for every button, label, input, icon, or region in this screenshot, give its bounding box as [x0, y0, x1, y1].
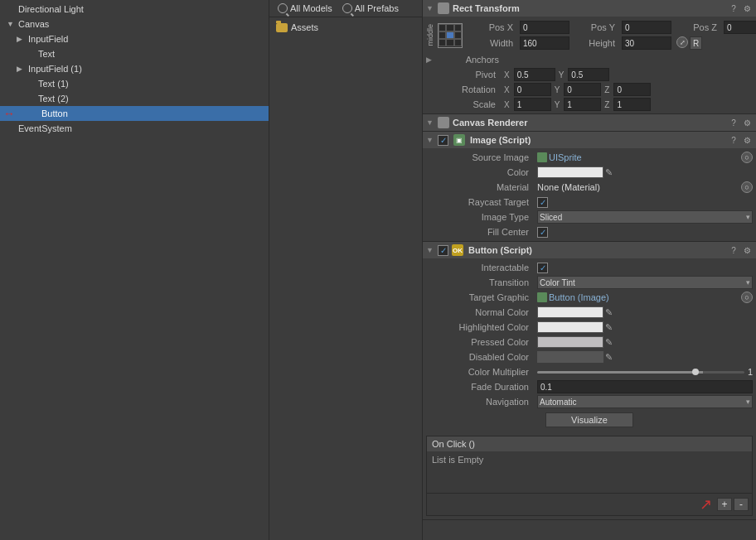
hierarchy-item-directional-light[interactable]: Directional Light: [0, 2, 269, 17]
scale-label: Scale: [426, 99, 501, 109]
transition-row: Transition Color Tint: [426, 275, 753, 290]
normal-color-label: Normal Color: [426, 307, 534, 317]
help-icon[interactable]: ?: [728, 2, 739, 14]
image-script-title: Image (Script): [470, 135, 531, 145]
rt-cell: [439, 31, 446, 39]
help-icon[interactable]: ?: [728, 134, 739, 146]
source-image-circle-btn[interactable]: ○: [741, 152, 753, 163]
pivot-x-input[interactable]: [514, 68, 555, 81]
pencil-icon[interactable]: ✎: [605, 307, 613, 318]
button-script-enabled[interactable]: [438, 245, 448, 256]
rt-cell: [446, 39, 453, 46]
hierarchy-item-text1[interactable]: Text (1): [0, 76, 269, 91]
disabled-color-value: ✎: [537, 351, 753, 363]
hierarchy-item-canvas[interactable]: ▼ Canvas: [0, 17, 269, 31]
rect-transform-header[interactable]: ▼ Rect Transform ? ⚙: [423, 0, 756, 17]
rotation-x-input[interactable]: [514, 83, 551, 96]
tree-item-label: InputField: [28, 34, 68, 44]
hierarchy-item-inputfield[interactable]: ▶ InputField: [0, 31, 269, 46]
all-models-label: All Models: [290, 3, 332, 13]
color-swatch[interactable]: [537, 166, 603, 178]
material-label: Material: [426, 182, 534, 192]
interactable-label: Interactable: [426, 263, 534, 272]
source-image-text: UISprite: [549, 152, 582, 162]
interactable-value: [537, 263, 753, 273]
width-input[interactable]: [520, 36, 569, 50]
project-panel: All Models All Prefabs Assets: [269, 0, 423, 540]
target-graphic-circle-btn[interactable]: ○: [741, 292, 753, 303]
help-icon[interactable]: ?: [728, 244, 739, 256]
all-models-button[interactable]: All Models: [274, 2, 336, 15]
image-script-enabled[interactable]: [438, 135, 448, 146]
inspector-panel: ▼ Rect Transform ? ⚙ middle: [423, 0, 756, 540]
help-icon[interactable]: ?: [728, 117, 739, 128]
material-circle-btn[interactable]: ○: [741, 181, 753, 193]
settings-icon[interactable]: ⚙: [741, 134, 753, 146]
raycast-label: Raycast Target: [426, 197, 534, 207]
image-type-dropdown[interactable]: Sliced: [537, 210, 753, 224]
hierarchy-item-text2[interactable]: Text (2): [0, 91, 269, 106]
fade-duration-label: Fade Duration: [426, 382, 534, 392]
image-script-header[interactable]: ▼ ▣ Image (Script) ? ⚙: [423, 132, 756, 148]
expand-arrow: ▼: [426, 246, 434, 254]
interactable-checkbox[interactable]: [537, 263, 548, 273]
project-content: Assets: [269, 17, 422, 540]
rotation-z-input[interactable]: [613, 83, 651, 96]
color-multiplier-label: Color Multiplier: [426, 367, 534, 377]
settings-icon[interactable]: ⚙: [741, 117, 753, 128]
transition-dropdown[interactable]: Color Tint: [537, 276, 753, 289]
disabled-color-swatch[interactable]: [537, 351, 603, 363]
rotation-y-input[interactable]: [564, 83, 601, 96]
fill-center-checkbox[interactable]: [537, 227, 548, 238]
hierarchy-item-text[interactable]: Text: [0, 46, 269, 61]
onclick-remove-button[interactable]: -: [734, 498, 749, 511]
highlighted-color-swatch[interactable]: [537, 321, 603, 333]
r-button[interactable]: R: [690, 36, 702, 50]
pressed-color-swatch[interactable]: [537, 336, 603, 348]
assets-folder[interactable]: Assets: [273, 21, 419, 34]
visualize-button[interactable]: Visualize: [545, 412, 633, 427]
scale-z-input[interactable]: [613, 98, 651, 111]
pos-z-input[interactable]: [724, 21, 756, 34]
raycast-checkbox[interactable]: [537, 197, 548, 208]
hierarchy-item-eventsystem[interactable]: EventSystem: [0, 121, 269, 136]
target-graphic-icon: [537, 292, 547, 302]
normal-color-swatch[interactable]: [537, 306, 603, 318]
anchor-widget[interactable]: [438, 23, 463, 48]
settings-icon[interactable]: ⚙: [741, 2, 753, 14]
navigation-dropdown[interactable]: Automatic: [537, 395, 753, 408]
scale-x-input[interactable]: [514, 98, 551, 111]
image-type-select[interactable]: Sliced: [537, 210, 753, 224]
expand-button[interactable]: ⤢: [676, 36, 688, 48]
pencil-icon[interactable]: ✎: [605, 322, 613, 333]
color-row: Color ✎: [426, 165, 753, 180]
settings-icon[interactable]: ⚙: [741, 244, 753, 256]
pos-y-input[interactable]: [622, 21, 671, 34]
button-script-header[interactable]: ▼ OK Button (Script) ? ⚙: [423, 242, 756, 258]
rt-cell: [454, 39, 462, 46]
hierarchy-tree: Directional Light ▼ Canvas ▶ InputField …: [0, 0, 269, 137]
tree-item-label: Text (2): [38, 94, 69, 104]
onclick-section: On Click () List is Empty ↗ + -: [426, 436, 753, 516]
onclick-add-button[interactable]: +: [717, 498, 732, 511]
all-prefabs-button[interactable]: All Prefabs: [339, 2, 402, 15]
fade-duration-input[interactable]: [537, 380, 753, 393]
pos-x-input[interactable]: [520, 21, 569, 34]
transition-select[interactable]: Color Tint: [537, 276, 753, 289]
navigation-select[interactable]: Automatic: [537, 395, 753, 408]
scale-y-input[interactable]: [564, 98, 601, 111]
pencil-icon[interactable]: ✎: [605, 337, 613, 348]
onclick-body: List is Empty: [427, 451, 752, 493]
hierarchy-item-button[interactable]: ↔ Button: [0, 106, 269, 121]
pencil-icon[interactable]: ✎: [605, 167, 613, 178]
color-multiplier-slider[interactable]: [537, 371, 744, 374]
pencil-icon[interactable]: ✎: [605, 352, 613, 363]
tree-item-label: Canvas: [18, 19, 49, 29]
target-graphic-row: Target Graphic Button (Image) ○: [426, 290, 753, 305]
hierarchy-item-inputfield1[interactable]: ▶ InputField (1): [0, 61, 269, 76]
pivot-y-input[interactable]: [568, 68, 609, 81]
height-input[interactable]: [622, 36, 671, 50]
fade-duration-row: Fade Duration: [426, 379, 753, 394]
canvas-renderer-header[interactable]: ▼ Canvas Renderer ? ⚙: [423, 114, 756, 131]
expand-arrow: ▼: [426, 4, 434, 12]
